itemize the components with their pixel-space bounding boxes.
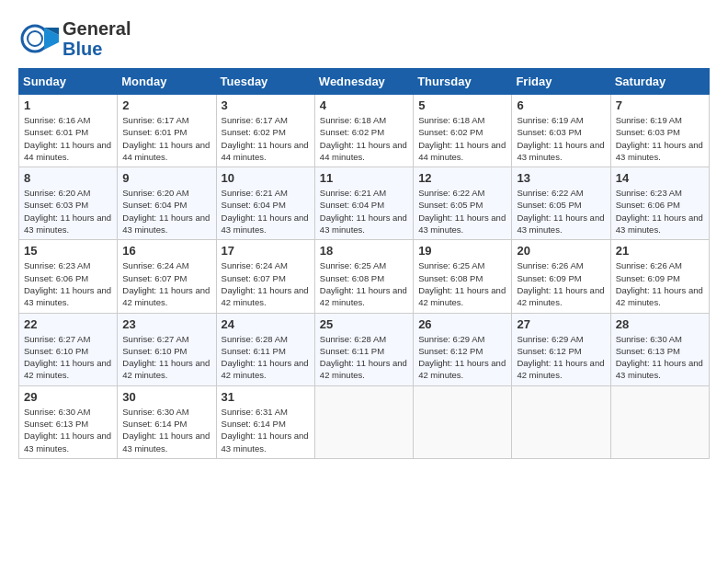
day-number: 12 xyxy=(418,171,506,185)
calendar-cell xyxy=(512,385,610,458)
calendar-cell: 20 Sunrise: 6:26 AMSunset: 6:09 PMDaylig… xyxy=(512,240,610,313)
day-number: 18 xyxy=(320,244,408,258)
calendar-cell: 12 Sunrise: 6:22 AMSunset: 6:05 PMDaylig… xyxy=(414,167,512,240)
day-number: 8 xyxy=(24,171,112,185)
column-header-tuesday: Tuesday xyxy=(216,69,314,95)
day-number: 13 xyxy=(517,171,605,185)
page-header: General Blue xyxy=(18,18,710,59)
day-info: Sunrise: 6:26 AMSunset: 6:09 PMDaylight:… xyxy=(517,259,605,308)
calendar: SundayMondayTuesdayWednesdayThursdayFrid… xyxy=(18,68,710,459)
day-info: Sunrise: 6:26 AMSunset: 6:09 PMDaylight:… xyxy=(616,259,704,308)
day-number: 24 xyxy=(222,317,310,331)
day-info: Sunrise: 6:29 AMSunset: 6:12 PMDaylight:… xyxy=(418,333,506,382)
day-number: 26 xyxy=(418,317,506,331)
calendar-body: 1 Sunrise: 6:16 AMSunset: 6:01 PMDayligh… xyxy=(19,95,710,459)
day-info: Sunrise: 6:23 AMSunset: 6:06 PMDaylight:… xyxy=(24,259,112,308)
calendar-cell: 19 Sunrise: 6:25 AMSunset: 6:08 PMDaylig… xyxy=(414,240,512,313)
calendar-cell: 26 Sunrise: 6:29 AMSunset: 6:12 PMDaylig… xyxy=(414,313,512,385)
calendar-cell: 10 Sunrise: 6:21 AMSunset: 6:04 PMDaylig… xyxy=(216,167,314,240)
week-row-1: 1 Sunrise: 6:16 AMSunset: 6:01 PMDayligh… xyxy=(19,95,710,167)
day-info: Sunrise: 6:19 AMSunset: 6:03 PMDaylight:… xyxy=(517,114,605,163)
week-row-3: 15 Sunrise: 6:23 AMSunset: 6:06 PMDaylig… xyxy=(19,240,710,313)
day-info: Sunrise: 6:17 AMSunset: 6:01 PMDaylight:… xyxy=(122,114,210,163)
day-number: 27 xyxy=(517,317,605,331)
day-number: 5 xyxy=(418,98,506,112)
logo-icon xyxy=(18,18,59,59)
calendar-cell: 22 Sunrise: 6:27 AMSunset: 6:10 PMDaylig… xyxy=(19,313,118,385)
calendar-cell: 25 Sunrise: 6:28 AMSunset: 6:11 PMDaylig… xyxy=(314,313,413,385)
day-info: Sunrise: 6:25 AMSunset: 6:08 PMDaylight:… xyxy=(418,259,506,308)
day-number: 30 xyxy=(122,390,210,404)
calendar-cell xyxy=(610,385,709,458)
day-number: 2 xyxy=(122,98,210,112)
calendar-cell: 4 Sunrise: 6:18 AMSunset: 6:02 PMDayligh… xyxy=(314,95,413,167)
calendar-cell: 5 Sunrise: 6:18 AMSunset: 6:02 PMDayligh… xyxy=(414,95,512,167)
week-row-2: 8 Sunrise: 6:20 AMSunset: 6:03 PMDayligh… xyxy=(19,167,710,240)
day-info: Sunrise: 6:27 AMSunset: 6:10 PMDaylight:… xyxy=(122,333,210,382)
calendar-cell: 1 Sunrise: 6:16 AMSunset: 6:01 PMDayligh… xyxy=(19,95,118,167)
day-number: 14 xyxy=(616,171,704,185)
day-info: Sunrise: 6:24 AMSunset: 6:07 PMDaylight:… xyxy=(222,259,310,308)
day-number: 28 xyxy=(616,317,704,331)
day-number: 29 xyxy=(24,390,112,404)
day-info: Sunrise: 6:28 AMSunset: 6:11 PMDaylight:… xyxy=(222,333,310,382)
svg-point-0 xyxy=(22,26,48,52)
day-info: Sunrise: 6:30 AMSunset: 6:14 PMDaylight:… xyxy=(122,406,210,454)
logo: General Blue xyxy=(18,18,131,59)
calendar-cell: 7 Sunrise: 6:19 AMSunset: 6:03 PMDayligh… xyxy=(610,95,709,167)
day-number: 3 xyxy=(222,98,310,112)
column-header-monday: Monday xyxy=(118,69,216,95)
column-header-saturday: Saturday xyxy=(610,69,709,95)
week-row-5: 29 Sunrise: 6:30 AMSunset: 6:13 PMDaylig… xyxy=(19,385,710,458)
day-number: 16 xyxy=(122,244,210,258)
calendar-cell: 30 Sunrise: 6:30 AMSunset: 6:14 PMDaylig… xyxy=(118,385,216,458)
column-header-thursday: Thursday xyxy=(414,69,512,95)
svg-point-1 xyxy=(28,31,42,46)
calendar-cell: 3 Sunrise: 6:17 AMSunset: 6:02 PMDayligh… xyxy=(216,95,314,167)
day-number: 7 xyxy=(616,98,704,112)
day-number: 10 xyxy=(222,171,310,185)
calendar-cell: 16 Sunrise: 6:24 AMSunset: 6:07 PMDaylig… xyxy=(118,240,216,313)
day-number: 21 xyxy=(616,244,704,258)
logo-general: General xyxy=(63,18,131,39)
day-number: 31 xyxy=(222,390,310,404)
day-number: 6 xyxy=(517,98,605,112)
calendar-cell xyxy=(314,385,413,458)
day-number: 20 xyxy=(517,244,605,258)
day-number: 9 xyxy=(122,171,210,185)
day-number: 15 xyxy=(24,244,112,258)
calendar-cell: 27 Sunrise: 6:29 AMSunset: 6:12 PMDaylig… xyxy=(512,313,610,385)
day-info: Sunrise: 6:19 AMSunset: 6:03 PMDaylight:… xyxy=(616,114,704,163)
calendar-cell: 11 Sunrise: 6:21 AMSunset: 6:04 PMDaylig… xyxy=(314,167,413,240)
day-info: Sunrise: 6:21 AMSunset: 6:04 PMDaylight:… xyxy=(320,187,408,236)
day-info: Sunrise: 6:18 AMSunset: 6:02 PMDaylight:… xyxy=(320,114,408,163)
calendar-cell: 29 Sunrise: 6:30 AMSunset: 6:13 PMDaylig… xyxy=(19,385,118,458)
day-number: 22 xyxy=(24,317,112,331)
day-info: Sunrise: 6:24 AMSunset: 6:07 PMDaylight:… xyxy=(122,259,210,308)
calendar-cell: 6 Sunrise: 6:19 AMSunset: 6:03 PMDayligh… xyxy=(512,95,610,167)
day-info: Sunrise: 6:30 AMSunset: 6:13 PMDaylight:… xyxy=(616,333,704,382)
column-header-friday: Friday xyxy=(512,69,610,95)
day-number: 17 xyxy=(222,244,310,258)
day-number: 11 xyxy=(320,171,408,185)
day-info: Sunrise: 6:31 AMSunset: 6:14 PMDaylight:… xyxy=(222,406,310,454)
day-info: Sunrise: 6:29 AMSunset: 6:12 PMDaylight:… xyxy=(517,333,605,382)
calendar-cell: 24 Sunrise: 6:28 AMSunset: 6:11 PMDaylig… xyxy=(216,313,314,385)
day-info: Sunrise: 6:22 AMSunset: 6:05 PMDaylight:… xyxy=(418,187,506,236)
day-number: 23 xyxy=(122,317,210,331)
calendar-cell: 17 Sunrise: 6:24 AMSunset: 6:07 PMDaylig… xyxy=(216,240,314,313)
day-info: Sunrise: 6:20 AMSunset: 6:03 PMDaylight:… xyxy=(24,187,112,236)
day-info: Sunrise: 6:30 AMSunset: 6:13 PMDaylight:… xyxy=(24,406,112,454)
logo-blue: Blue xyxy=(63,39,131,59)
calendar-cell: 18 Sunrise: 6:25 AMSunset: 6:08 PMDaylig… xyxy=(314,240,413,313)
day-info: Sunrise: 6:18 AMSunset: 6:02 PMDaylight:… xyxy=(418,114,506,163)
day-number: 19 xyxy=(418,244,506,258)
day-info: Sunrise: 6:16 AMSunset: 6:01 PMDaylight:… xyxy=(24,114,112,163)
column-header-wednesday: Wednesday xyxy=(314,69,413,95)
day-number: 25 xyxy=(320,317,408,331)
day-number: 1 xyxy=(24,98,112,112)
calendar-cell: 23 Sunrise: 6:27 AMSunset: 6:10 PMDaylig… xyxy=(118,313,216,385)
calendar-cell: 14 Sunrise: 6:23 AMSunset: 6:06 PMDaylig… xyxy=(610,167,709,240)
day-info: Sunrise: 6:17 AMSunset: 6:02 PMDaylight:… xyxy=(222,114,310,163)
calendar-cell: 28 Sunrise: 6:30 AMSunset: 6:13 PMDaylig… xyxy=(610,313,709,385)
